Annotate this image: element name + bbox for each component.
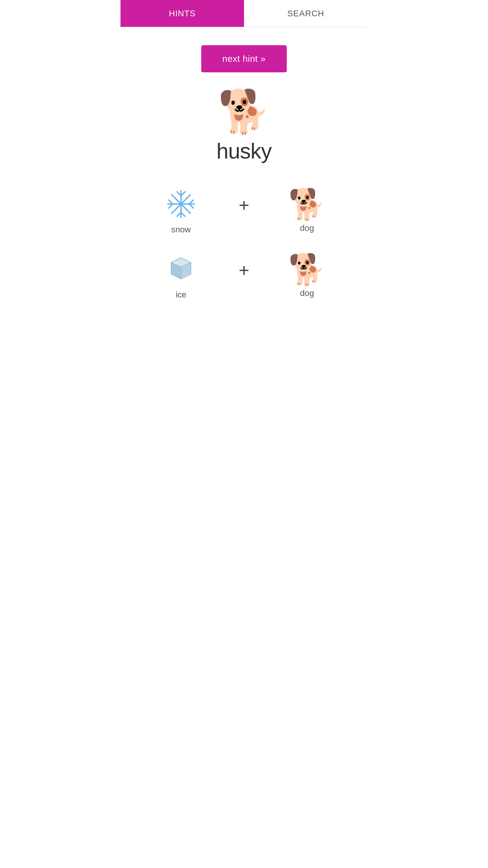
- plus-sign-1: +: [238, 195, 249, 227]
- plus-sign-2: +: [238, 260, 249, 293]
- hint-item-snow: snow: [157, 187, 205, 235]
- animal-display: 🐕 husky: [216, 90, 271, 163]
- tab-hints[interactable]: HINTS: [121, 0, 244, 27]
- animal-name: husky: [216, 138, 271, 163]
- dog-label-1: dog: [300, 223, 314, 233]
- hint-item-dog-1: 🐕 dog: [283, 189, 331, 233]
- dog-label-2: dog: [300, 288, 314, 298]
- tab-search-label: SEARCH: [287, 9, 324, 19]
- hint-item-dog-2: 🐕 dog: [283, 254, 331, 298]
- dog-icon-2: 🐕: [288, 254, 326, 284]
- dog-icon-1: 🐕: [288, 189, 326, 219]
- tab-bar: HINTS SEARCH: [121, 0, 367, 27]
- ice-label: ice: [175, 290, 187, 300]
- next-hint-button[interactable]: next hint »: [201, 45, 287, 72]
- tab-hints-label: HINTS: [169, 9, 196, 19]
- tab-search[interactable]: SEARCH: [244, 0, 367, 27]
- ice-cube-icon: [164, 253, 198, 286]
- hints-grid: snow + 🐕 dog: [135, 181, 352, 306]
- hint-row-2: ice + 🐕 dog: [135, 247, 352, 306]
- hint-item-ice: ice: [157, 253, 205, 300]
- snow-label: snow: [171, 225, 191, 235]
- snowflake-icon: [164, 187, 198, 221]
- animal-image: 🐕: [218, 90, 270, 133]
- hint-row-1: snow + 🐕 dog: [135, 181, 352, 241]
- main-content: next hint » 🐕 husky: [121, 27, 367, 318]
